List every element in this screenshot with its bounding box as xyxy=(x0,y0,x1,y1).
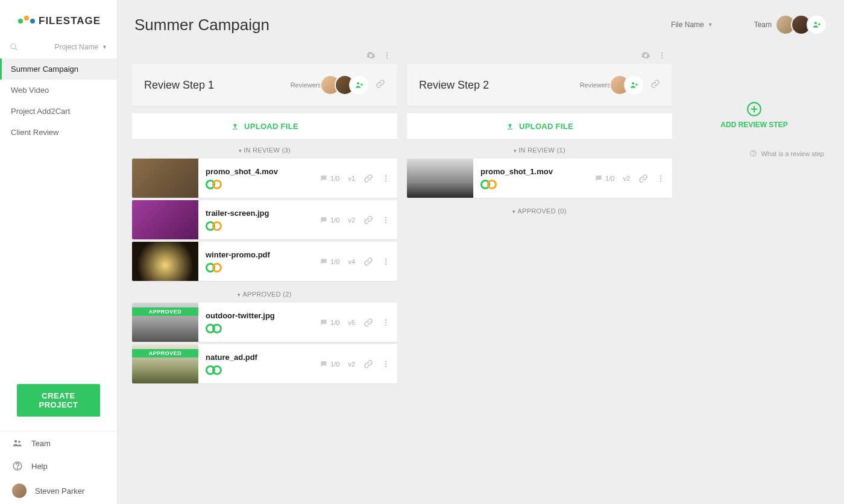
file-link-button[interactable] xyxy=(638,174,648,183)
brand-logo[interactable]: FILESTAGE xyxy=(0,0,117,38)
logo-dots-icon xyxy=(18,19,35,24)
file-card[interactable]: APPROVED outdoor-twitter.jpg 1/0 v5 xyxy=(132,303,397,342)
brand-name: FILESTAGE xyxy=(39,15,101,27)
review-step-column: Review Step 1 Reviewers UPLOAD FILE IN R… xyxy=(132,48,397,386)
svg-line-1 xyxy=(15,48,17,51)
people-icon xyxy=(12,438,23,449)
what-is-review-step-link[interactable]: What is a review step xyxy=(682,141,827,166)
file-more-button[interactable] xyxy=(382,257,390,266)
svg-point-2 xyxy=(14,440,17,443)
svg-point-27 xyxy=(661,52,663,54)
project-list: Summer CampaignWeb VideoProject Add2Cart… xyxy=(0,58,117,143)
version-label[interactable]: v1 xyxy=(348,175,355,182)
file-group-label[interactable]: IN REVIEW (1) xyxy=(407,139,672,159)
sidebar-project-item[interactable]: Client Review xyxy=(0,122,117,143)
svg-point-13 xyxy=(385,177,386,178)
svg-point-17 xyxy=(385,221,386,222)
file-link-button[interactable] xyxy=(364,215,373,225)
svg-point-8 xyxy=(386,55,388,56)
file-more-button[interactable] xyxy=(382,360,390,368)
version-label[interactable]: v5 xyxy=(348,319,355,326)
svg-point-23 xyxy=(385,324,386,325)
project-sort-label: Project Name xyxy=(54,43,98,51)
file-more-button[interactable] xyxy=(382,318,390,327)
step-more-button[interactable] xyxy=(658,51,666,60)
svg-point-30 xyxy=(632,82,634,84)
svg-point-19 xyxy=(385,260,386,262)
project-sort-dropdown[interactable]: Project Name ▼ xyxy=(54,43,107,51)
svg-point-22 xyxy=(385,321,386,323)
step-link-button[interactable] xyxy=(650,79,660,91)
comments-count[interactable]: 1/0 xyxy=(320,360,339,368)
version-label[interactable]: v2 xyxy=(348,361,355,368)
svg-point-5 xyxy=(17,468,17,468)
svg-point-14 xyxy=(385,180,386,181)
upload-file-button[interactable]: UPLOAD FILE xyxy=(132,113,397,139)
step-header: Review Step 1 Reviewers xyxy=(132,64,397,106)
svg-point-20 xyxy=(385,263,386,264)
team-label: Team xyxy=(754,20,772,29)
file-card[interactable]: promo_shot_4.mov 1/0 v1 xyxy=(132,159,397,198)
chevron-down-icon: ▼ xyxy=(708,22,713,28)
file-group-label[interactable]: APPROVED (0) xyxy=(407,200,672,219)
add-reviewer-button[interactable] xyxy=(349,75,370,95)
comments-count[interactable]: 1/0 xyxy=(320,318,339,327)
comments-count[interactable]: 1/0 xyxy=(320,216,339,224)
add-review-step-button[interactable]: ADD REVIEW STEP xyxy=(682,83,827,141)
file-card[interactable]: winter-promo.pdf 1/0 v4 xyxy=(132,242,397,281)
file-sort-label: File Name xyxy=(671,20,704,29)
sidebar-help-link[interactable]: Help xyxy=(0,455,117,477)
sidebar-project-item[interactable]: Summer Campaign xyxy=(0,58,117,80)
file-sort-dropdown[interactable]: File Name ▼ xyxy=(671,20,713,29)
add-reviewer-button[interactable] xyxy=(624,75,644,95)
file-name: outdoor-twitter.jpg xyxy=(206,311,312,320)
file-thumbnail xyxy=(132,242,198,281)
file-group-label[interactable]: APPROVED (2) xyxy=(132,283,397,303)
svg-rect-31 xyxy=(508,128,512,129)
file-more-button[interactable] xyxy=(382,216,390,224)
comments-count[interactable]: 1/0 xyxy=(594,174,614,183)
file-more-button[interactable] xyxy=(657,174,665,183)
step-more-button[interactable] xyxy=(383,51,391,60)
file-card[interactable]: APPROVED nature_ad.pdf 1/0 v2 xyxy=(132,344,397,383)
status-indicator xyxy=(480,180,587,189)
step-settings-button[interactable] xyxy=(641,51,650,60)
file-link-button[interactable] xyxy=(364,359,373,369)
file-link-button[interactable] xyxy=(364,318,373,327)
sidebar-user-link[interactable]: Steven Parker xyxy=(0,477,117,504)
user-avatar xyxy=(12,484,27,498)
file-more-button[interactable] xyxy=(382,174,390,183)
file-link-button[interactable] xyxy=(364,257,373,266)
file-card[interactable]: promo_shot_1.mov 1/0 v2 xyxy=(407,159,672,198)
reviewers-label: Reviewers xyxy=(580,81,611,89)
comment-icon xyxy=(320,318,328,327)
comments-count[interactable]: 1/0 xyxy=(320,174,339,183)
sidebar-project-item[interactable]: Web Video xyxy=(0,80,117,101)
comments-count[interactable]: 1/0 xyxy=(320,257,339,266)
page-header: Summer Campaign File Name ▼ Team xyxy=(118,0,844,48)
svg-point-16 xyxy=(385,219,386,220)
version-label[interactable]: v2 xyxy=(348,216,355,224)
svg-point-10 xyxy=(357,82,359,84)
file-group-label[interactable]: IN REVIEW (3) xyxy=(132,139,397,159)
upload-file-button[interactable]: UPLOAD FILE xyxy=(407,113,672,139)
step-link-button[interactable] xyxy=(376,79,385,91)
search-icon[interactable] xyxy=(10,43,18,51)
svg-point-0 xyxy=(11,44,16,49)
svg-point-32 xyxy=(660,175,661,176)
step-settings-button[interactable] xyxy=(366,51,376,60)
sidebar-team-link[interactable]: Team xyxy=(0,432,117,455)
svg-point-25 xyxy=(385,363,386,364)
file-name: promo_shot_1.mov xyxy=(480,167,587,176)
add-team-member-button[interactable] xyxy=(807,14,827,35)
svg-rect-11 xyxy=(233,128,238,129)
file-card[interactable]: trailer-screen.jpg 1/0 v2 xyxy=(132,200,397,239)
file-link-button[interactable] xyxy=(364,174,373,183)
main-content: Summer Campaign File Name ▼ Team xyxy=(118,0,844,504)
create-project-button[interactable]: CREATE PROJECT xyxy=(17,384,100,417)
file-name: trailer-screen.jpg xyxy=(206,209,312,218)
comment-icon xyxy=(320,216,328,224)
version-label[interactable]: v2 xyxy=(623,175,630,182)
version-label[interactable]: v4 xyxy=(348,258,355,265)
sidebar-project-item[interactable]: Project Add2Cart xyxy=(0,101,117,122)
